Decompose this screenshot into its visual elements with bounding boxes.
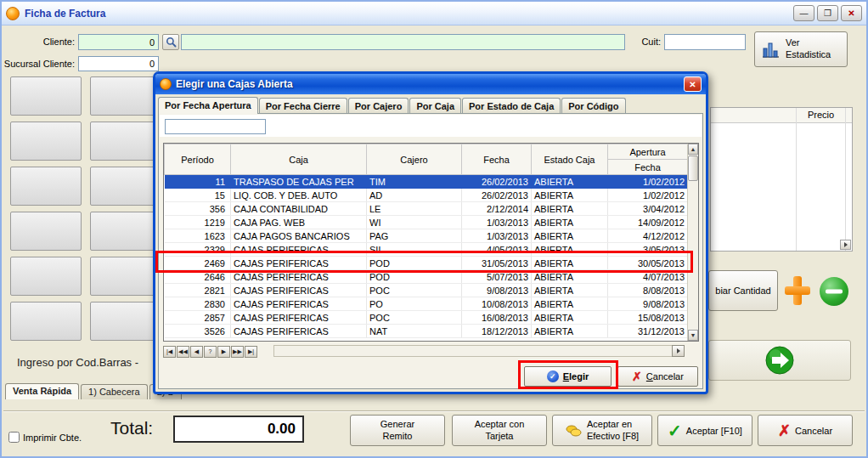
quick-item-button[interactable] [10, 302, 82, 341]
vertical-scrollbar[interactable]: ▲ ▼ [687, 144, 698, 341]
total-field[interactable] [173, 416, 304, 443]
elegir-button[interactable]: ✓ Elegir [524, 366, 612, 387]
add-item-button[interactable] [781, 272, 814, 309]
dialog-cancelar-button[interactable]: ✗ Cancelar [617, 366, 698, 387]
cell-cajero: NAT [367, 325, 462, 338]
quick-item-button[interactable] [90, 302, 161, 341]
navigator-button[interactable]: ◀ [190, 346, 203, 358]
table-row[interactable]: 2830 CAJAS PERIFERICAS PO 10/08/2013 ABI… [165, 297, 688, 311]
search-icon [166, 37, 177, 48]
items-grid-panel: Precio [710, 107, 853, 252]
remove-item-button[interactable] [817, 274, 851, 309]
navigator-button[interactable]: ? [204, 346, 217, 358]
main-tab[interactable]: Venta Rápida [5, 383, 79, 399]
dialog-tab[interactable]: Por Estado de Caja [462, 98, 561, 113]
table-row[interactable]: 1219 CAJA PAG. WEB WI 1/03/2013 ABIERTA … [165, 216, 688, 229]
navigator-button[interactable]: ▶▶ [231, 346, 244, 358]
maximize-button[interactable]: ❐ [817, 5, 838, 21]
navigator-button[interactable]: ◀◀ [177, 346, 189, 358]
scroll-down-icon[interactable]: ▼ [688, 330, 698, 341]
scroll-right-button[interactable] [840, 240, 851, 250]
navigator-button[interactable]: |◀ [163, 346, 176, 358]
horizontal-scrollbar[interactable] [273, 345, 685, 357]
quick-item-button[interactable] [90, 167, 161, 206]
main-tab[interactable]: 1) Cabecera [81, 384, 148, 399]
quick-item-button[interactable] [10, 76, 82, 116]
cell-periodo: 2830 [165, 297, 231, 311]
quick-item-button[interactable] [10, 167, 82, 206]
dialog-close-button[interactable]: ✕ [684, 76, 702, 92]
close-button[interactable]: ✕ [841, 5, 862, 21]
cell-apertura: 14/09/2012 [608, 216, 688, 229]
table-row[interactable]: 2329 CAJAS PERIFERICAS SIL 4/05/2013 ABI… [165, 243, 688, 257]
sucursal-cliente-label: Sucursal Cliente: [2, 59, 75, 69]
table-header: Período Caja Cajero Fecha Estado Caja Ap… [165, 144, 688, 175]
imprimir-cbte-checkbox[interactable] [8, 432, 20, 443]
table-row[interactable]: 11 TRASPASO DE CAJAS PER TIM 26/02/2013 … [165, 175, 688, 189]
table-row[interactable]: 2821 CAJAS PERIFERICAS POC 9/08/2013 ABI… [165, 284, 688, 297]
table-row[interactable]: 15 LIQ. COB. Y DEB. AUTO AD 26/02/2013 A… [165, 189, 688, 202]
minimize-button[interactable]: — [793, 5, 814, 21]
col-header-periodo[interactable]: Período [165, 144, 231, 175]
quick-item-button[interactable] [90, 122, 161, 161]
table-row[interactable]: 2646 CAJAS PERIFERICAS POD 5/07/2013 ABI… [165, 270, 688, 284]
search-client-button[interactable] [162, 34, 179, 50]
scrollbar-thumb[interactable] [688, 155, 698, 181]
sucursal-cliente-field[interactable] [78, 56, 159, 71]
dialog-tab[interactable]: Por Cajero [348, 98, 409, 113]
cell-fecha: 9/08/2013 [462, 284, 532, 297]
cell-periodo: 1623 [165, 229, 231, 243]
col-header-fecha[interactable]: Fecha [462, 144, 532, 175]
aceptar-tarjeta-button[interactable]: Aceptar con Tarjeta [452, 415, 547, 446]
quick-item-button[interactable] [90, 257, 161, 296]
col-header-estado[interactable]: Estado Caja [532, 144, 608, 175]
cell-caja: CAJAS PERIFERICAS [231, 284, 367, 297]
cancelar-button[interactable]: ✗ Cancelar [758, 415, 853, 446]
barcode-entry-label: Ingreso por Cod.Barras - [17, 356, 138, 369]
col-header-apertura[interactable]: Apertura [608, 144, 688, 160]
maximize-icon: ❐ [824, 8, 831, 18]
scroll-right-icon [677, 348, 680, 353]
cell-fecha: 2/12/2014 [462, 202, 532, 216]
quick-item-button[interactable] [90, 76, 161, 116]
scroll-right-button[interactable] [672, 345, 685, 357]
scroll-right-icon [844, 242, 848, 247]
dialog-tab[interactable]: Por Código [561, 98, 625, 113]
cell-periodo: 1219 [165, 216, 231, 229]
navigator-button[interactable]: ▶| [245, 346, 257, 358]
dialog-tab[interactable]: Por Fecha Apertura [158, 97, 258, 114]
table-row[interactable]: 2469 CAJAS PERIFERICAS POD 31/05/2013 AB… [165, 257, 688, 270]
table-row[interactable]: 3526 CAJAS PERIFERICAS NAT 18/12/2013 AB… [165, 325, 688, 338]
dialog-tab[interactable]: Por Fecha Cierre [259, 98, 347, 113]
advance-button[interactable] [708, 340, 851, 381]
filter-input[interactable] [165, 119, 266, 134]
col-header-cajero[interactable]: Cajero [367, 144, 462, 175]
dialog-tab[interactable]: Por Caja [409, 98, 461, 113]
cell-caja: CAJA CONTABILIDAD [231, 202, 367, 216]
ver-estadistica-button[interactable]: Ver Estadistica [754, 31, 848, 67]
cell-estado: ABIERTA [532, 284, 608, 297]
navigator-button[interactable]: ▶ [217, 346, 230, 358]
table-row[interactable]: 1623 CAJA PAGOS BANCARIOS PAG 1/03/2013 … [165, 229, 688, 243]
aceptar-efectivo-button[interactable]: Aceptar en Efectivo [F8] [552, 415, 652, 446]
cliente-code-field[interactable] [78, 34, 159, 50]
table-row[interactable]: 2857 CAJAS PERIFERICAS POC 16/08/2013 AB… [165, 311, 688, 325]
quick-item-button[interactable] [90, 212, 161, 251]
cuit-field[interactable] [664, 34, 746, 50]
dialog-tabs: Por Fecha AperturaPor Fecha CierrePor Ca… [158, 95, 627, 113]
scroll-up-icon[interactable]: ▲ [688, 144, 698, 155]
cell-caja: CAJAS PERIFERICAS [231, 297, 367, 311]
cell-cajero: POC [367, 284, 462, 297]
aceptar-f10-button[interactable]: ✓ Aceptar [F10] [657, 415, 752, 446]
cell-fecha: 26/02/2013 [462, 189, 532, 202]
cambiar-cantidad-button[interactable]: biar Cantidad [708, 270, 778, 311]
close-icon: ✕ [848, 8, 854, 18]
quick-item-button[interactable] [10, 257, 82, 296]
quick-item-button[interactable] [10, 212, 82, 251]
generar-remito-button[interactable]: Generar Remito [350, 415, 445, 446]
col-header-caja[interactable]: Caja [231, 144, 367, 175]
col-header-apertura-fecha[interactable]: Fecha [608, 160, 688, 175]
table-row[interactable]: 356 CAJA CONTABILIDAD LE 2/12/2014 ABIER… [165, 202, 688, 216]
cliente-name-field[interactable] [181, 34, 625, 50]
quick-item-button[interactable] [10, 122, 82, 161]
